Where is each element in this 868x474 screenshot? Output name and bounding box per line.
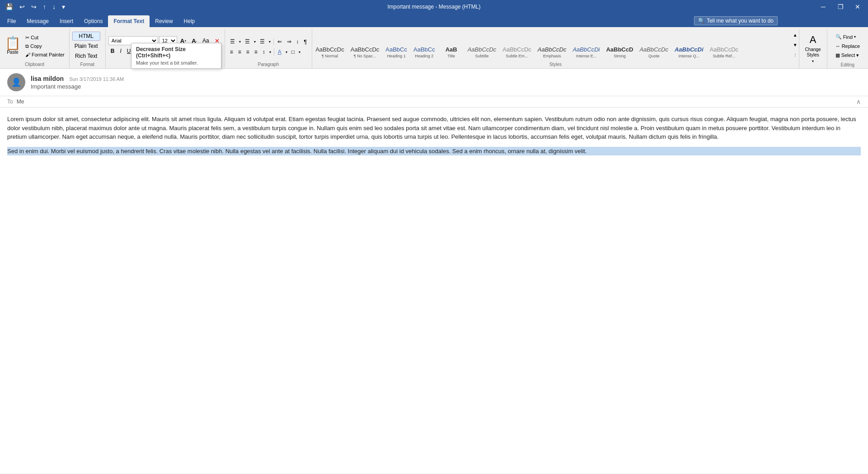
format-painter-icon: 🖌 [25,52,30,57]
style-item-normal[interactable]: AaBbCcDc¶ Normal [312,29,347,60]
avatar: 👤 [7,73,25,91]
close-button[interactable]: ✕ [851,0,864,14]
style-item-quote[interactable]: AaBbCcDcQuote [636,29,671,60]
select-button[interactable]: ▦ Select ▾ [833,51,863,60]
style-item-emphasis[interactable]: AaBbCcDcEmphasis [535,29,570,60]
format-painter-button[interactable]: 🖌 Format Painter [23,51,66,58]
editing-label: Editing [827,61,868,69]
select-icon: ▦ [835,52,840,58]
collapse-button[interactable]: ∧ [856,98,861,105]
plain-text-label: Plain Text [75,43,98,49]
numbering-button[interactable]: ☰ [243,37,252,46]
rich-text-button[interactable]: Rich Text [72,52,100,61]
paste-icon: 📋 [5,37,21,50]
style-item-subtle-ref...[interactable]: AaBbCcDcSubtle Ref... [707,29,742,60]
style-item-intense-q...[interactable]: AaBbCcDiIntense Q... [671,29,707,60]
outline-button[interactable]: ☰ [258,37,267,46]
bullets-dropdown[interactable]: ▾ [238,37,242,46]
replace-button[interactable]: ↔ Replace [833,42,863,50]
find-dropdown: ▾ [854,35,856,39]
borders-dropdown[interactable]: ▾ [297,47,302,56]
style-item-subtle-em...[interactable]: AaBbCcDcSubtle Em... [499,29,535,60]
copy-icon: ⧉ [25,43,29,49]
italic-button[interactable]: I [117,47,123,56]
styles-scroll-down[interactable]: ▼ [792,40,799,50]
tell-me-bar[interactable]: 🔍 Tell me what you want to do [694,16,778,25]
paragraph-group: ☰ ▾ ☰ ▾ ☰ ▾ ⇐ ⇒ ↕ ¶ ≡ ≡ ≡ ≡ ↕ [225,29,312,68]
clipboard-group: 📋 Paste ✂ Cut ⧉ Copy 🖌 Format Painter Cl… [0,29,70,68]
cut-button[interactable]: ✂ Cut [23,34,66,42]
tooltip: Decrease Font Size (Ctrl+Shift+<) Make y… [131,43,221,69]
tab-insert[interactable]: Insert [54,15,79,27]
style-item-strong[interactable]: AaBbCcDStrong [603,29,636,60]
style-item-no-spac...[interactable]: AaBbCcDc¶ No Spac... [347,29,383,60]
bold-button[interactable]: B [108,47,117,56]
style-item-heading-1[interactable]: AaBbCcHeading 1 [382,29,410,60]
increase-indent-button[interactable]: ⇒ [285,37,294,46]
styles-scroll-up[interactable]: ▲ [792,30,799,40]
restore-button[interactable]: ❐ [834,0,847,14]
bullets-button[interactable]: ☰ [228,37,237,46]
shading-button[interactable]: A [276,47,284,56]
redo-button[interactable]: ↪ [29,2,38,11]
tab-message[interactable]: Message [21,15,54,27]
clipboard-sub-buttons: ✂ Cut ⧉ Copy 🖌 Format Painter [23,34,66,58]
align-right-button[interactable]: ≡ [244,47,252,56]
line-spacing-button[interactable]: ↕ [260,47,267,56]
find-button[interactable]: 🔍 Find ▾ [833,33,863,41]
paste-label: Paste [7,50,19,55]
to-label: To [7,99,13,105]
style-item-title[interactable]: AaBTitle [438,29,464,60]
email-subject: Important message [31,83,861,90]
change-styles-label: ChangeStyles [805,47,821,58]
find-label: Find [843,34,853,40]
styles-gallery: AaBbCcDc¶ NormalAaBbCcDc¶ No Spac...AaBb… [312,29,791,61]
style-item-heading-2[interactable]: AaBbCcHeading 2 [410,29,438,60]
style-item-subtitle[interactable]: AaBbCcDcSubtitle [464,29,500,60]
borders-button[interactable]: □ [289,47,297,56]
shading-dropdown[interactable]: ▾ [284,47,289,56]
tab-file[interactable]: File [2,15,21,27]
replace-label: Replace [842,43,860,49]
show-paragraph-button[interactable]: ¶ [301,37,309,46]
copy-button[interactable]: ⧉ Copy [23,42,66,50]
ribbon-tabs: File Message Insert Options Format Text … [0,14,868,27]
up-button[interactable]: ↑ [41,2,48,11]
numbering-dropdown[interactable]: ▾ [253,37,257,46]
plain-text-button[interactable]: Plain Text [72,42,100,51]
align-center-button[interactable]: ≡ [236,47,244,56]
email-meta: lisa mildon Sun 3/17/2019 11:36 AM Impor… [31,75,861,90]
styles-label: Styles [312,61,798,68]
undo-button[interactable]: ↩ [18,2,27,11]
align-left-button[interactable]: ≡ [228,47,235,56]
more-qat-button[interactable]: ▾ [60,2,67,11]
html-button[interactable]: HTML [72,32,100,41]
tab-options[interactable]: Options [79,15,108,27]
paste-button[interactable]: 📋 Paste [3,33,23,59]
change-styles-dropdown: ▾ [812,59,814,63]
replace-icon: ↔ [835,43,840,49]
justify-button[interactable]: ≡ [252,47,260,56]
tooltip-description: Make your text a bit smaller. [136,60,216,66]
change-styles-button[interactable]: A ChangeStyles ▾ [802,33,824,64]
quick-access-toolbar: 💾 ↩ ↪ ↑ ↓ ▾ [4,2,67,11]
tell-me-label: Tell me what you want to do [707,18,774,24]
minimize-button[interactable]: ─ [816,0,830,14]
email-date: Sun 3/17/2019 11:36 AM [69,76,124,82]
decrease-indent-button[interactable]: ⇐ [275,37,284,46]
down-button[interactable]: ↓ [51,2,57,11]
save-button[interactable]: 💾 [4,2,15,11]
style-item-intense-e...[interactable]: AaBbCcDiIntense E... [569,29,603,60]
tab-review[interactable]: Review [150,15,178,27]
sort-button[interactable]: ↕ [294,37,301,46]
window-controls: ─ ❐ ✕ [816,0,864,14]
tab-help[interactable]: Help [178,15,201,27]
styles-expand[interactable]: ⋮ [792,50,799,60]
change-styles-icon: A [810,34,816,46]
tooltip-title: Decrease Font Size (Ctrl+Shift+<) [136,46,216,59]
line-spacing-dropdown[interactable]: ▾ [268,47,272,56]
clipboard-label: Clipboard [0,61,69,68]
change-styles-group: A ChangeStyles ▾ [799,29,827,68]
tab-format-text[interactable]: Format Text [108,15,150,27]
outline-dropdown[interactable]: ▾ [267,37,272,46]
